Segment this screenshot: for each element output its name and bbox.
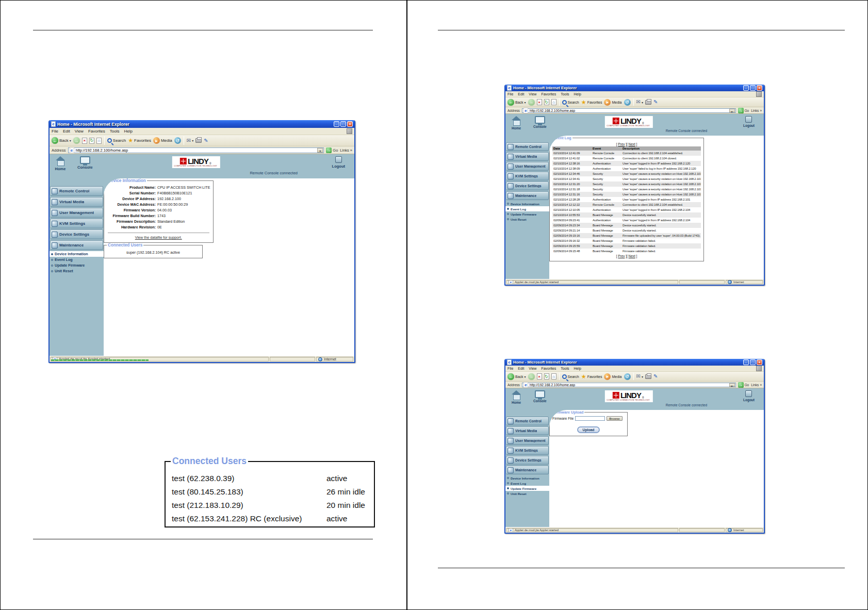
address-input[interactable]: http://192.168.2.100/home.asp ▾	[522, 383, 736, 387]
sidebar-button[interactable]: Maintenance	[506, 191, 549, 200]
menu-item[interactable]: View	[75, 129, 84, 134]
menu-item[interactable]: Tools	[561, 92, 569, 96]
close-button[interactable]	[757, 359, 762, 365]
history-button[interactable]: ↺	[624, 373, 631, 380]
mail-button[interactable]: ✉▾	[636, 100, 643, 105]
close-button[interactable]	[347, 121, 353, 127]
home-button[interactable]: ⌂	[551, 99, 556, 105]
edit-button[interactable]: ✎	[653, 374, 658, 379]
close-button[interactable]	[757, 85, 762, 91]
menu-item[interactable]: Help	[574, 367, 581, 370]
edit-button[interactable]: ✎	[204, 138, 208, 143]
search-button[interactable]: Search	[562, 374, 579, 379]
sidebar-button[interactable]: Remote Control	[506, 417, 549, 425]
menu-item[interactable]: File	[507, 92, 513, 96]
minimize-button[interactable]	[743, 359, 749, 365]
sidebar-subitem[interactable]: Device Information	[50, 251, 104, 257]
console-nav-button[interactable]: Console	[533, 116, 547, 130]
logout-button[interactable]: Logout	[332, 156, 345, 169]
stop-button[interactable]: ×	[82, 138, 87, 144]
menu-item[interactable]: Help	[574, 92, 581, 96]
menu-item[interactable]: Edit	[518, 367, 524, 370]
browse-button[interactable]: Browse	[607, 416, 623, 421]
menu-item[interactable]: File	[507, 367, 513, 370]
prev-link[interactable]: Prev	[618, 254, 625, 258]
print-button[interactable]	[195, 138, 202, 143]
media-button[interactable]: ▸Media	[604, 373, 621, 380]
favorites-button[interactable]: ★Favorites	[581, 100, 602, 105]
sidebar-subitem[interactable]: Device Information	[505, 475, 549, 481]
print-button[interactable]	[645, 100, 651, 105]
mail-button[interactable]: ✉▾	[187, 138, 193, 143]
sidebar-button[interactable]: Device Settings	[50, 229, 103, 239]
home-button[interactable]: ⌂	[96, 138, 102, 144]
menu-item[interactable]: View	[529, 367, 536, 370]
window-title-bar[interactable]: Home - Microsoft Internet Explorer	[50, 120, 354, 128]
next-link[interactable]: Next	[629, 254, 635, 258]
menu-item[interactable]: Help	[124, 129, 132, 134]
home-nav-button[interactable]: Home	[511, 390, 522, 404]
upload-button[interactable]: Upload	[577, 426, 600, 433]
maximize-button[interactable]	[750, 85, 756, 91]
sidebar-subitem[interactable]: Event Log	[505, 206, 549, 211]
sidebar-button[interactable]: Virtual Media	[506, 426, 549, 435]
firmware-file-input[interactable]	[575, 416, 605, 421]
history-button[interactable]: ↺	[174, 137, 181, 144]
menu-item[interactable]: Edit	[518, 92, 524, 96]
sidebar-button[interactable]: Virtual Media	[50, 197, 103, 207]
logout-button[interactable]: Logout	[743, 390, 755, 402]
back-button[interactable]: ←Back▾	[507, 99, 526, 106]
menu-item[interactable]: File	[52, 129, 58, 134]
sidebar-button[interactable]: User Management	[50, 208, 103, 218]
sidebar-button[interactable]: Remote Control	[50, 186, 103, 196]
address-input[interactable]: http://192.168.2.100/home.asp ▾	[522, 108, 736, 113]
go-button[interactable]: →Go	[738, 382, 749, 388]
sidebar-subitem[interactable]: Event Log	[505, 481, 549, 486]
sidebar-subitem[interactable]: Unit Reset	[50, 268, 104, 274]
sidebar-button[interactable]: Maintenance	[50, 240, 103, 250]
history-button[interactable]: ↺	[624, 99, 631, 106]
console-nav-button[interactable]: Console	[533, 390, 547, 404]
forward-button[interactable]: →	[73, 137, 80, 144]
address-input[interactable]: http://192.168.2.100/home.asp ▾	[68, 147, 324, 153]
logout-button[interactable]: Logout	[743, 116, 755, 127]
next-link[interactable]: Next	[629, 142, 635, 146]
minimize-button[interactable]	[334, 121, 339, 127]
sidebar-button[interactable]: User Management	[506, 436, 549, 445]
menu-item[interactable]: Edit	[63, 129, 70, 134]
sidebar-subitem[interactable]: Event Log	[50, 257, 104, 262]
back-button[interactable]: ←Back▾	[52, 137, 71, 144]
console-nav-button[interactable]: Console	[77, 156, 93, 171]
sidebar-button[interactable]: KVM Settings	[50, 219, 103, 228]
home-nav-button[interactable]: Home	[511, 116, 522, 130]
mail-button[interactable]: ✉▾	[636, 374, 643, 379]
forward-button[interactable]: →	[528, 99, 535, 106]
media-button[interactable]: ▸Media	[153, 137, 172, 144]
stop-button[interactable]: ×	[537, 99, 542, 105]
menu-item[interactable]: Tools	[110, 129, 120, 134]
stop-button[interactable]: ×	[537, 373, 542, 380]
address-dropdown-button[interactable]: ▾	[729, 383, 735, 387]
menu-item[interactable]: View	[529, 92, 536, 96]
maximize-button[interactable]	[340, 121, 346, 127]
sidebar-subitem[interactable]: Update Firmware	[50, 262, 104, 268]
sidebar-button[interactable]: KVM Settings	[506, 446, 549, 455]
prev-link[interactable]: Prev	[618, 142, 625, 146]
edit-button[interactable]: ✎	[653, 100, 658, 105]
search-button[interactable]: Search	[562, 100, 579, 105]
menu-item[interactable]: Favorites	[88, 129, 105, 134]
address-dropdown-button[interactable]: ▾	[729, 109, 735, 112]
print-button[interactable]	[645, 374, 651, 379]
menu-item[interactable]: Favorites	[541, 92, 556, 96]
sidebar-subitem[interactable]: Update Firmware	[505, 486, 549, 491]
links-menu[interactable]: Links»	[751, 383, 762, 387]
maximize-button[interactable]	[750, 359, 756, 365]
sidebar-subitem[interactable]: Unit Reset	[505, 217, 549, 222]
sidebar-subitem[interactable]: Device Information	[505, 201, 549, 206]
links-menu[interactable]: Links»	[751, 109, 762, 112]
sidebar-button[interactable]: Device Settings	[506, 182, 549, 190]
sidebar-button[interactable]: Virtual Media	[506, 152, 549, 161]
links-menu[interactable]: Links»	[340, 148, 352, 153]
home-button[interactable]: ⌂	[551, 373, 556, 380]
back-button[interactable]: ←Back▾	[507, 373, 526, 380]
